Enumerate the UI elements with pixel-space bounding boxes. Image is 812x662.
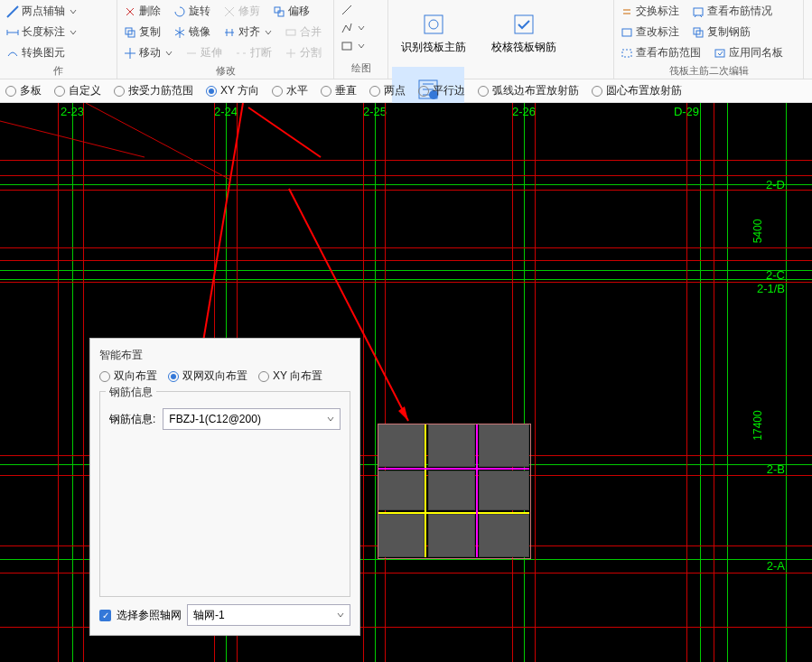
label: 镜像 xyxy=(189,24,210,40)
draw-line[interactable] xyxy=(338,2,368,18)
break-button[interactable]: 打断 xyxy=(232,43,275,62)
chevron-down-icon xyxy=(358,24,365,32)
radio-arc-edge-radial[interactable]: 弧线边布置放射筋 xyxy=(478,83,579,98)
convert-entity[interactable]: 转换图元 xyxy=(4,43,79,62)
swap-annotation[interactable]: 交换标注 xyxy=(618,2,682,21)
axis-label: 2-23 xyxy=(61,105,84,118)
chevron-down-icon xyxy=(358,42,365,50)
radio-parallel-edge[interactable]: 平行边 xyxy=(418,83,465,98)
label: 查看布筋情况 xyxy=(707,4,772,19)
label: 偏移 xyxy=(288,4,310,19)
break-icon xyxy=(235,47,247,60)
axis-label: 2-A xyxy=(767,559,785,573)
svg-rect-14 xyxy=(622,29,631,36)
radio-center-radial[interactable]: 圆心布置放射筋 xyxy=(592,83,682,98)
delete-button[interactable]: 删除 xyxy=(121,2,163,21)
merge-button[interactable]: 合并 xyxy=(282,23,324,42)
radio-two-points[interactable]: 两点 xyxy=(369,83,406,98)
label: 圆心布置放射筋 xyxy=(606,83,682,98)
edit-annotation[interactable]: 查改标注 xyxy=(618,23,682,42)
check-raft-rebar[interactable]: 校核筏板钢筋 xyxy=(482,2,565,65)
radio-icon xyxy=(321,86,331,97)
radio-custom[interactable]: 自定义 xyxy=(54,83,101,98)
draw-rect[interactable] xyxy=(338,38,368,54)
length-dimension[interactable]: 长度标注 xyxy=(4,23,79,42)
group-title: 筏板主筋二次编辑 xyxy=(618,62,799,79)
identify-icon xyxy=(421,12,446,37)
label: 移动 xyxy=(139,45,161,61)
copy-rebar-icon xyxy=(692,26,705,39)
label: 交换标注 xyxy=(636,4,679,19)
label: 垂直 xyxy=(335,83,357,98)
label: 多板 xyxy=(20,83,42,98)
view-rebar-range[interactable]: 查看布筋范围 xyxy=(618,43,704,62)
rebar-cell xyxy=(479,471,529,510)
label: 转换图元 xyxy=(22,45,65,61)
offset-button[interactable]: 偏移 xyxy=(270,2,313,21)
split-icon xyxy=(285,47,297,60)
svg-marker-25 xyxy=(398,406,408,421)
axis-line xyxy=(786,103,787,662)
swap-icon xyxy=(621,5,633,18)
label: 水平 xyxy=(286,83,308,98)
rotate-button[interactable]: 旋转 xyxy=(171,2,213,21)
reference-grid-combo[interactable]: 轴网-1 xyxy=(187,604,350,626)
drawing-canvas[interactable]: 2-23 2-24 2-25 2-26 D-29 2-D 2-C 2-1/B 2… xyxy=(0,103,812,662)
apply-same-board[interactable]: 应用同名板 xyxy=(711,43,786,62)
label: 修剪 xyxy=(238,4,260,19)
view-icon xyxy=(692,5,705,18)
structure-line xyxy=(0,260,812,261)
view-rebar-situation[interactable]: 查看布筋情况 xyxy=(689,2,775,21)
radio-bidir[interactable]: 双向布置 xyxy=(99,368,157,384)
radio-horizontal[interactable]: 水平 xyxy=(272,83,308,98)
radio-icon xyxy=(99,371,110,382)
rebar-info-combo[interactable]: FBZJ-1(C12@200) xyxy=(163,408,341,430)
mirror-icon xyxy=(173,26,186,39)
extend-button[interactable]: 延伸 xyxy=(182,43,225,62)
checkbox-label: 选择参照轴网 xyxy=(117,608,182,623)
two-point-aux-axis[interactable]: 两点辅轴 xyxy=(4,2,79,21)
rebar-preview-grid xyxy=(378,424,531,559)
rebar-cell xyxy=(378,471,425,510)
align-button[interactable]: 对齐 xyxy=(220,23,275,42)
identify-raft-main-rebar[interactable]: 识别筏板主筋 xyxy=(392,2,475,65)
label: 查看布筋范围 xyxy=(636,45,701,61)
svg-rect-1 xyxy=(275,7,280,13)
label: 双向布置 xyxy=(114,368,157,384)
rebar-y-line xyxy=(378,512,529,514)
label: 平行边 xyxy=(433,83,465,98)
label: XY 向布置 xyxy=(273,368,322,384)
reference-grid-checkbox[interactable]: ✓ xyxy=(99,610,111,621)
label: 分割 xyxy=(300,45,322,61)
range-icon xyxy=(621,47,633,60)
radio-vertical[interactable]: 垂直 xyxy=(321,83,357,98)
radio-xy-placement[interactable]: XY 向布置 xyxy=(258,368,322,384)
svg-rect-18 xyxy=(715,50,724,57)
radio-by-force-range[interactable]: 按受力筋范围 xyxy=(114,83,193,98)
draw-polyline[interactable] xyxy=(338,20,368,36)
structure-line xyxy=(0,282,812,283)
move-button[interactable]: 移动 xyxy=(121,43,175,62)
mirror-button[interactable]: 镜像 xyxy=(171,23,213,42)
group-title: 作 xyxy=(4,62,113,79)
radio-icon xyxy=(369,86,380,97)
rebar-cell xyxy=(378,424,425,467)
copy-button[interactable]: 复制 xyxy=(121,23,163,42)
radio-multi-board[interactable]: 多板 xyxy=(5,83,42,98)
label: 旋转 xyxy=(189,4,210,19)
radio-icon xyxy=(478,86,489,97)
label: 应用同名板 xyxy=(729,45,783,61)
axis-label: 2-24 xyxy=(214,105,238,118)
radio-double-net-bidir[interactable]: 双网双向布置 xyxy=(168,368,247,384)
dimension-icon xyxy=(6,26,19,39)
label: 识别筏板主筋 xyxy=(401,40,466,55)
copy-rebar[interactable]: 复制钢筋 xyxy=(689,23,753,42)
line-icon xyxy=(341,4,353,16)
trim-button[interactable]: 修剪 xyxy=(220,2,263,21)
align-icon xyxy=(223,26,236,39)
radio-icon xyxy=(258,371,269,382)
chevron-down-icon xyxy=(327,415,334,423)
structure-line xyxy=(385,103,386,662)
radio-xy-direction[interactable]: XY 方向 xyxy=(206,83,259,98)
split-button[interactable]: 分割 xyxy=(282,43,324,62)
